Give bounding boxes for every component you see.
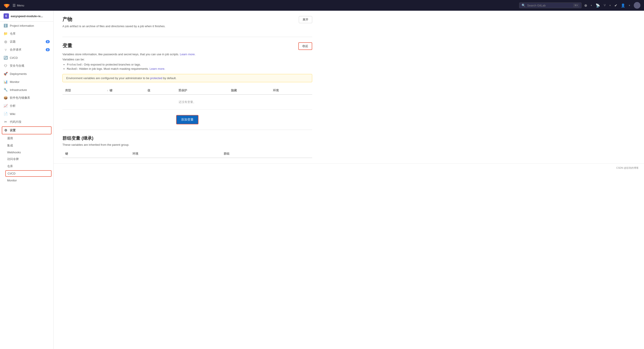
group-col-group: 群组: [221, 150, 312, 158]
issues-icon: ◎: [4, 40, 8, 44]
search-input[interactable]: [527, 4, 572, 7]
group-col-environment: 环境: [130, 150, 221, 158]
sidebar-item-monitor[interactable]: 📊 Monitor: [0, 78, 53, 86]
account-icon[interactable]: 👤: [621, 3, 625, 7]
artifact-desc: A job artifact is an archive of files an…: [62, 24, 166, 28]
sidebar-item-repository[interactable]: 📁 仓库: [0, 30, 53, 38]
warning-box: Environment variables are configured by …: [62, 74, 312, 82]
sidebar-sub-general[interactable]: 通用: [0, 135, 53, 142]
project-name: easyspeed-module-re...: [11, 14, 43, 18]
variables-title: 变量: [62, 42, 72, 49]
variables-can-be: Variables can be:: [62, 58, 312, 61]
sidebar-item-issues[interactable]: ◎ 议题 0: [0, 38, 53, 46]
snippets-icon: ✂: [4, 120, 8, 124]
menu-button[interactable]: ☰ Menu: [12, 3, 24, 7]
group-variables-table: 键 环境 群组: [62, 150, 312, 158]
artifact-section: 产物 A job artifact is an archive of files…: [62, 16, 312, 31]
analytics-icon: 📈: [4, 104, 8, 108]
group-variables-section: 群组变量 (继承) These variables are inherited …: [62, 135, 312, 158]
artifact-section-header: 产物 A job artifact is an archive of files…: [62, 16, 312, 31]
sidebar-item-cicd[interactable]: 🔄 CI/CD: [0, 54, 53, 62]
list-item-masked: Masked: Hidden in job logs. Must match m…: [67, 67, 312, 70]
search-box[interactable]: 🔍 ⌘K: [519, 2, 582, 8]
deployments-icon: 🚀: [4, 72, 8, 76]
variables-desc: Variables store information, like passwo…: [62, 53, 312, 56]
add-variable-button[interactable]: 添加变量: [176, 115, 198, 124]
cicd-icon: 🔄: [4, 56, 8, 60]
create-icon[interactable]: ⊕: [584, 3, 587, 7]
artifact-title: 产物: [62, 16, 166, 23]
col-environment: 环境: [270, 87, 312, 94]
page-footer: CSDN @彭劲的博客: [54, 163, 644, 172]
topnav-icons: ⊕ ▾ 📡 ⑂ ▾ ✔ 👤 ▾: [584, 2, 640, 9]
sidebar-item-deployments[interactable]: 🚀 Deployments: [0, 70, 53, 78]
col-hidden: 隐藏: [228, 87, 270, 94]
topnav: ☰ Menu 🔍 ⌘K ⊕ ▾ 📡 ⑂ ▾ ✔ 👤 ▾: [0, 0, 644, 11]
issues-badge: 0: [46, 40, 50, 43]
col-key[interactable]: ↑ 键: [104, 87, 145, 94]
sidebar-item-project-information[interactable]: ℹ️ Project information: [0, 22, 53, 30]
sidebar-item-analytics[interactable]: 📈 分析: [0, 102, 53, 110]
divider-1: [62, 37, 312, 37]
sidebar-sub-repository[interactable]: 仓库: [0, 163, 53, 170]
sidebar-item-packages[interactable]: 📦 软件包与镜像库: [0, 94, 53, 102]
broadcast-icon[interactable]: 📡: [596, 3, 600, 7]
packages-icon: 📦: [4, 96, 8, 100]
sidebar-item-settings[interactable]: ⚙ 设置: [2, 126, 52, 134]
col-type: 类型: [62, 87, 104, 94]
project-info-icon: ℹ️: [4, 24, 8, 28]
sort-icon: ↑: [107, 89, 108, 92]
protected-code: Protected:: [67, 63, 83, 66]
repository-icon: 📁: [4, 32, 8, 36]
sidebar-item-wiki[interactable]: 📄 Wiki: [0, 110, 53, 118]
sidebar-sub-cicd[interactable]: CI/CD: [5, 170, 52, 177]
project-header[interactable]: E easyspeed-module-re...: [0, 11, 53, 22]
infrastructure-icon: 🔧: [4, 88, 8, 92]
list-item-protected: Protected: Only exposed to protected bra…: [67, 63, 312, 66]
gitlab-logo[interactable]: [4, 2, 10, 8]
learn-more-link-1[interactable]: Learn more.: [180, 53, 196, 56]
sidebar-item-snippets[interactable]: ✂ 代码片段: [0, 118, 53, 126]
wiki-icon: 📄: [4, 112, 8, 116]
sidebar-sub-access-tokens[interactable]: 访问令牌: [0, 156, 53, 163]
sidebar-item-security[interactable]: 🛡 安全与合规: [0, 62, 53, 70]
search-icon: 🔍: [522, 3, 525, 7]
sidebar-item-infrastructure[interactable]: 🔧 Infrastructure: [0, 86, 53, 94]
main-content: 产物 A job artifact is an archive of files…: [54, 11, 644, 349]
learn-more-link-2[interactable]: Learn more.: [150, 67, 165, 70]
group-var-table-head: 键 环境 群组: [62, 150, 312, 158]
settings-icon: ⚙: [4, 128, 8, 132]
todo-icon[interactable]: ✔: [614, 3, 617, 7]
sidebar-sub-integrations[interactable]: 集成: [0, 142, 53, 149]
empty-message: 还没有变量。: [62, 94, 312, 110]
variables-list: Protected: Only exposed to protected bra…: [67, 63, 312, 70]
sidebar: E easyspeed-module-re... ℹ️ Project info…: [0, 11, 54, 349]
variables-section: 变量 收起 Variables store information, like …: [62, 42, 312, 124]
group-var-desc: These variables are inherited from the p…: [62, 143, 312, 146]
sidebar-sub-monitor[interactable]: Monitor: [0, 177, 53, 184]
group-var-title: 群组变量 (继承): [62, 135, 312, 141]
group-col-key: 键: [62, 150, 130, 158]
sidebar-item-merge-requests[interactable]: ⑂ 合并请求 0: [0, 46, 53, 54]
security-icon: 🛡: [4, 64, 8, 68]
project-icon: E: [4, 13, 9, 19]
merge-requests-icon: ⑂: [4, 48, 8, 52]
variables-section-header: 变量 收起: [62, 42, 312, 51]
empty-row: 还没有变量。: [62, 94, 312, 110]
monitor-icon: 📊: [4, 80, 8, 84]
sidebar-sub-webhooks[interactable]: Webhooks: [0, 149, 53, 156]
variables-table: 类型 ↑ 键 值 受保护 隐藏 环境 还: [62, 87, 312, 110]
expand-artifact-button[interactable]: 展开: [299, 16, 312, 23]
col-value: 值: [145, 87, 176, 94]
merge-requests-badge: 0: [46, 48, 50, 51]
col-protected: 受保护: [176, 87, 228, 94]
page-layout: E easyspeed-module-re... ℹ️ Project info…: [0, 11, 644, 349]
collapse-variables-button[interactable]: 收起: [298, 42, 312, 50]
warning-link[interactable]: protected: [150, 76, 162, 80]
masked-code: Masked:: [67, 67, 78, 70]
user-avatar[interactable]: [634, 2, 640, 9]
divider-2: [62, 130, 312, 130]
merge-icon[interactable]: ⑂: [604, 3, 606, 7]
variables-table-head: 类型 ↑ 键 值 受保护 隐藏 环境: [62, 87, 312, 94]
